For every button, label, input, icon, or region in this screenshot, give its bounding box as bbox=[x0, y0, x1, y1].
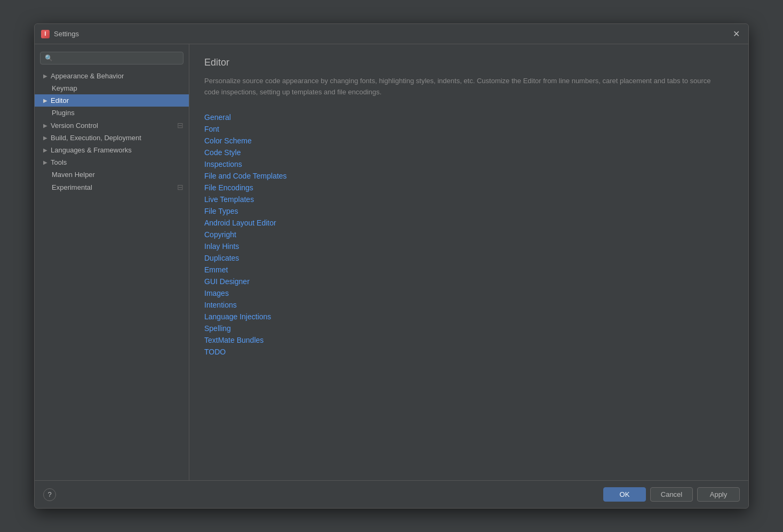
sidebar-item-maven-helper[interactable]: Maven Helper bbox=[35, 168, 189, 181]
sidebar-item-keymap[interactable]: Keymap bbox=[35, 82, 189, 94]
sidebar-item-label: Keymap bbox=[52, 84, 77, 92]
close-button[interactable]: ✕ bbox=[730, 28, 742, 40]
link-emmet[interactable]: Emmet bbox=[204, 265, 228, 274]
list-item: Intentions bbox=[204, 301, 733, 309]
list-item: Android Layout Editor bbox=[204, 219, 733, 227]
sidebar-item-build[interactable]: ▶ Build, Execution, Deployment bbox=[35, 132, 189, 144]
list-item: Language Injections bbox=[204, 312, 733, 321]
list-item: Copyright bbox=[204, 230, 733, 239]
content-description: Personalize source code appearance by ch… bbox=[204, 76, 716, 98]
sidebar-item-editor[interactable]: ▶ Editor bbox=[35, 94, 189, 107]
sidebar-item-label: Editor bbox=[51, 96, 69, 104]
search-input[interactable] bbox=[40, 52, 183, 65]
list-item: Images bbox=[204, 289, 733, 297]
link-code-style[interactable]: Code Style bbox=[204, 148, 241, 157]
list-item: Font bbox=[204, 125, 733, 133]
link-file-code-templates[interactable]: File and Code Templates bbox=[204, 172, 287, 180]
link-inlay-hints[interactable]: Inlay Hints bbox=[204, 242, 239, 251]
sidebar-item-languages[interactable]: ▶ Languages & Frameworks bbox=[35, 144, 189, 156]
arrow-icon: ▶ bbox=[43, 123, 47, 128]
sidebar-item-label: Plugins bbox=[52, 109, 75, 117]
arrow-icon: ▶ bbox=[43, 135, 47, 141]
dialog-footer: ? OK Cancel Apply bbox=[35, 480, 748, 508]
footer-left: ? bbox=[43, 488, 599, 501]
sidebar-item-appearance[interactable]: ▶ Appearance & Behavior bbox=[35, 70, 189, 82]
sidebar-item-label: Version Control bbox=[51, 122, 98, 130]
sidebar-item-experimental[interactable]: Experimental ⊟ bbox=[35, 181, 189, 194]
link-todo[interactable]: TODO bbox=[204, 348, 226, 356]
sidebar-item-version-control[interactable]: ▶ Version Control ⊟ bbox=[35, 119, 189, 132]
list-item: Live Templates bbox=[204, 195, 733, 204]
sidebar: ▶ Appearance & Behavior Keymap ▶ Editor … bbox=[35, 44, 189, 480]
link-gui-designer[interactable]: GUI Designer bbox=[204, 277, 250, 286]
ok-button[interactable]: OK bbox=[603, 487, 646, 502]
sidebar-item-label: Appearance & Behavior bbox=[51, 72, 124, 80]
sidebar-item-tools[interactable]: ▶ Tools bbox=[35, 156, 189, 168]
list-item: Spelling bbox=[204, 324, 733, 333]
external-link-icon: ⊟ bbox=[177, 183, 183, 191]
link-color-scheme[interactable]: Color Scheme bbox=[204, 136, 252, 145]
link-general[interactable]: General bbox=[204, 113, 231, 122]
content-title: Editor bbox=[204, 57, 733, 68]
sidebar-item-label: Experimental bbox=[52, 183, 92, 191]
arrow-icon: ▶ bbox=[43, 73, 47, 79]
settings-dialog: I Settings ✕ ▶ Appearance & Behavior Key… bbox=[34, 23, 749, 509]
link-duplicates[interactable]: Duplicates bbox=[204, 254, 239, 262]
sidebar-item-label: Languages & Frameworks bbox=[51, 146, 132, 154]
app-icon: I bbox=[41, 30, 50, 38]
list-item: GUI Designer bbox=[204, 277, 733, 286]
content-area: Editor Personalize source code appearanc… bbox=[189, 44, 748, 480]
list-item: Color Scheme bbox=[204, 136, 733, 145]
link-spelling[interactable]: Spelling bbox=[204, 324, 231, 333]
arrow-icon: ▶ bbox=[43, 159, 47, 165]
sidebar-item-label: Tools bbox=[51, 158, 67, 166]
list-item: File and Code Templates bbox=[204, 172, 733, 180]
external-link-icon: ⊟ bbox=[177, 121, 183, 130]
arrow-icon: ▶ bbox=[43, 147, 47, 153]
list-item: Duplicates bbox=[204, 254, 733, 262]
help-button[interactable]: ? bbox=[43, 488, 56, 501]
dialog-body: ▶ Appearance & Behavior Keymap ▶ Editor … bbox=[35, 44, 748, 480]
link-file-types[interactable]: File Types bbox=[204, 207, 238, 215]
apply-button[interactable]: Apply bbox=[697, 487, 740, 502]
sidebar-item-plugins[interactable]: Plugins bbox=[35, 107, 189, 119]
link-language-injections[interactable]: Language Injections bbox=[204, 312, 271, 321]
window-title: Settings bbox=[54, 30, 730, 38]
list-item: Inspections bbox=[204, 160, 733, 168]
link-images[interactable]: Images bbox=[204, 289, 229, 297]
title-bar: I Settings ✕ bbox=[35, 24, 748, 44]
list-item: Code Style bbox=[204, 148, 733, 157]
link-font[interactable]: Font bbox=[204, 125, 219, 133]
list-item: Inlay Hints bbox=[204, 242, 733, 251]
link-copyright[interactable]: Copyright bbox=[204, 230, 236, 239]
links-list: General Font Color Scheme Code Style Ins… bbox=[204, 113, 733, 356]
arrow-icon: ▶ bbox=[43, 98, 47, 103]
list-item: TODO bbox=[204, 348, 733, 356]
link-file-encodings[interactable]: File Encodings bbox=[204, 183, 253, 192]
list-item: File Encodings bbox=[204, 183, 733, 192]
list-item: TextMate Bundles bbox=[204, 336, 733, 344]
link-intentions[interactable]: Intentions bbox=[204, 301, 237, 309]
cancel-button[interactable]: Cancel bbox=[650, 487, 693, 502]
link-textmate-bundles[interactable]: TextMate Bundles bbox=[204, 336, 263, 344]
sidebar-item-label: Maven Helper bbox=[52, 171, 95, 179]
link-live-templates[interactable]: Live Templates bbox=[204, 195, 254, 204]
sidebar-item-label: Build, Execution, Deployment bbox=[51, 134, 141, 142]
link-inspections[interactable]: Inspections bbox=[204, 160, 242, 168]
list-item: File Types bbox=[204, 207, 733, 215]
search-bar bbox=[35, 49, 189, 70]
link-android-layout-editor[interactable]: Android Layout Editor bbox=[204, 219, 276, 227]
list-item: General bbox=[204, 113, 733, 122]
list-item: Emmet bbox=[204, 265, 733, 274]
